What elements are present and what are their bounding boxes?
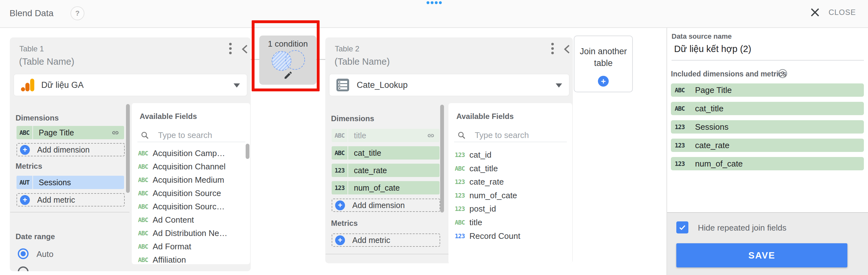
table2-dimension-chip[interactable]: 123 num_of_cate	[332, 181, 439, 195]
search-icon	[141, 131, 149, 140]
included-field-chip[interactable]: 123 Sessions	[671, 120, 864, 134]
field-type-icon: ABC	[138, 230, 153, 237]
divider	[326, 254, 448, 254]
field-list-item[interactable]: ABCAcquisition Camp…	[132, 146, 250, 160]
field-list-item[interactable]: 123num_of_cate	[448, 189, 572, 202]
table2-datasource-select[interactable]: Cate_Lookup	[329, 74, 569, 96]
table2-field-search[interactable]: Type to search	[457, 130, 563, 140]
table1-add-metric-button[interactable]: + Add metric	[17, 193, 125, 206]
daterange-auto-radio[interactable]	[18, 248, 29, 259]
hide-repeated-join-fields-checkbox[interactable]	[676, 221, 688, 234]
field-list-item[interactable]: ABCAcquisition Sourc…	[132, 200, 250, 213]
field-list-item[interactable]: ABCAcquisition Channel	[132, 160, 250, 173]
plus-icon: +	[20, 195, 30, 205]
included-field-chip[interactable]: ABC Page Title	[671, 83, 864, 97]
table1-label: Table 1	[19, 44, 44, 53]
datasource-name-input[interactable]: Dữ liệu kết hợp (2)	[674, 44, 751, 54]
field-type-icon: 123	[455, 192, 469, 199]
table1-collapse-icon[interactable]	[241, 44, 249, 54]
field-list-item[interactable]: ABCtitle	[448, 216, 572, 229]
included-field-chip[interactable]: 123 num_of_cate	[671, 157, 864, 170]
field-list-item[interactable]: ABCAd Content	[132, 213, 250, 227]
blend-data-dialog: Blend Data ? CLOSE Table 1 (Table Name) …	[0, 0, 868, 275]
table2-name: (Table Name)	[335, 57, 390, 67]
table1-field-search[interactable]: Type to search	[141, 130, 241, 140]
fields-column-scrollbar[interactable]	[126, 104, 130, 193]
field-list-item[interactable]: ABCAd Distribution Ne…	[132, 227, 250, 240]
table2-add-dimension-button[interactable]: + Add dimension	[332, 199, 440, 212]
table2-dimension-chip[interactable]: 123 cate_rate	[332, 164, 439, 177]
table1-daterange-heading: Date range	[16, 232, 55, 241]
field-type-icon: ABC	[455, 165, 469, 172]
help-icon[interactable]: ?	[70, 6, 85, 20]
daterange-custom-radio[interactable]	[18, 267, 29, 271]
close-button[interactable]: CLOSE	[810, 7, 856, 18]
included-field-chip[interactable]: 123 cate_rate	[671, 139, 864, 152]
field-list-item[interactable]: 123post_id	[448, 202, 572, 215]
aggregation-type-icon: AUT	[17, 176, 32, 189]
field-type-icon: ABC	[138, 216, 153, 223]
field-list-item[interactable]: 123cat_id	[448, 148, 572, 162]
dialog-header: Blend Data ? CLOSE	[0, 0, 868, 28]
close-label: CLOSE	[829, 8, 856, 17]
field-list-item[interactable]: ABCcat_title	[448, 162, 572, 175]
search-underline	[454, 142, 567, 142]
table1-metrics-heading: Metrics	[16, 162, 42, 171]
table2-add-metric-button[interactable]: + Add metric	[332, 234, 440, 247]
available-fields-heading: Available Fields	[456, 112, 514, 121]
join-key-link-icon	[112, 129, 119, 136]
field-type-icon: ABC	[138, 190, 153, 197]
edit-pencil-icon[interactable]	[283, 70, 293, 80]
field-type-icon: ABC	[17, 126, 32, 139]
table2-metrics-heading: Metrics	[331, 219, 358, 228]
plus-icon: +	[20, 145, 30, 155]
field-type-icon: ABC	[332, 129, 347, 142]
table2-dimension-chip-hidden[interactable]: ABC title	[332, 129, 439, 142]
table1-dimensions-heading: Dimensions	[16, 113, 59, 123]
field-type-icon: 123	[455, 205, 469, 212]
table1-add-dimension-button[interactable]: + Add dimension	[17, 143, 125, 157]
blend-summary-sidebar: Data source name Dữ liệu kết hợp (2) Inc…	[666, 28, 868, 275]
datasource-name-label: Data source name	[672, 32, 732, 41]
search-placeholder: Type to search	[158, 130, 212, 140]
join-another-table-button[interactable]: Join anothertable +	[574, 36, 633, 92]
field-list-item[interactable]: 123cate_rate	[448, 175, 572, 188]
field-type-icon: 123	[671, 124, 695, 130]
field-list-item[interactable]: ABCAcquisition Source	[132, 186, 250, 200]
page-title: Blend Data	[9, 8, 54, 19]
field-list-item[interactable]: 123Record Count	[448, 229, 572, 243]
field-type-icon: 123	[455, 233, 469, 239]
included-field-chip[interactable]: ABC cat_title	[671, 102, 864, 115]
help-icon[interactable]: ?	[778, 69, 787, 78]
field-type-icon: 123	[671, 160, 695, 167]
save-button[interactable]: SAVE	[676, 243, 847, 267]
join-connector-line	[251, 59, 259, 60]
table1-datasource-select[interactable]: Dữ liệu GA	[14, 74, 247, 96]
table1-datasource-value: Dữ liệu GA	[41, 80, 84, 90]
table1-dimension-chip[interactable]: ABC Page Title	[17, 126, 124, 139]
join-venn-icon	[271, 49, 306, 72]
field-list-item[interactable]: ABCAd Format	[132, 240, 250, 253]
join-configuration-button[interactable]: 1 condition	[259, 36, 316, 85]
divider	[10, 212, 129, 212]
fields-column-scrollbar[interactable]	[440, 105, 444, 212]
field-type-icon: ABC	[671, 105, 695, 112]
table2-dimension-chip[interactable]: ABC cat_title	[332, 146, 439, 160]
join-connector-line	[316, 59, 325, 60]
table-rows-icon	[336, 79, 349, 91]
field-list-item[interactable]: ABCAcquisition Medium	[132, 173, 250, 186]
table1-menu-icon[interactable]	[229, 43, 232, 54]
search-placeholder: Type to search	[475, 130, 529, 140]
drag-handle-icon[interactable]	[427, 1, 442, 4]
table1-metric-chip[interactable]: AUT Sessions	[17, 176, 124, 189]
table2-card: Table 2 (Table Name) Cate_Lookup Dimensi…	[325, 37, 573, 263]
table2-menu-icon[interactable]	[551, 43, 554, 54]
field-type-icon: 123	[455, 151, 469, 158]
available-fields-scrollbar[interactable]	[246, 144, 249, 159]
daterange-auto-label: Auto	[36, 249, 54, 259]
table2-dimensions-heading: Dimensions	[331, 114, 374, 123]
table2-label: Table 2	[335, 44, 359, 53]
field-list-item[interactable]: ABCAffiliation	[132, 253, 250, 264]
table2-collapse-icon[interactable]	[563, 44, 571, 54]
field-type-icon: ABC	[138, 176, 153, 183]
